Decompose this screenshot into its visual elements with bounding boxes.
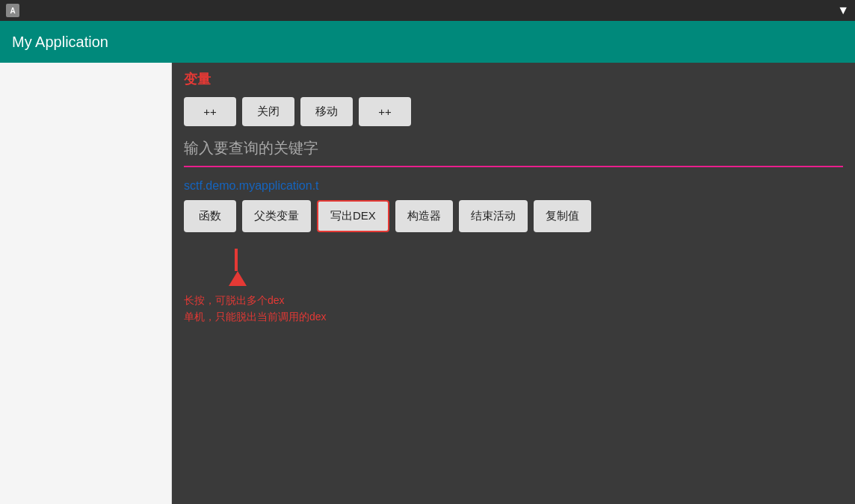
system-bar: A ▼ xyxy=(0,0,855,21)
search-input-placeholder: 输入要查询的关键字 xyxy=(184,134,843,163)
section-title: 变量 xyxy=(184,72,211,87)
btn-parent-var[interactable]: 父类变量 xyxy=(242,200,311,232)
main-layout: 变量 ++ 关闭 移动 ++ 输入要查询的关键字 sctf.demo.myapp… xyxy=(0,63,855,504)
btn-end-activity[interactable]: 结束活动 xyxy=(459,200,528,232)
class-name: sctf.demo.myapplication.t xyxy=(172,176,855,200)
arrow-shaft xyxy=(235,249,238,271)
system-bar-right: ▼ xyxy=(837,4,849,17)
btn-increment-1[interactable]: ++ xyxy=(184,97,236,126)
btn-copy-value[interactable]: 复制值 xyxy=(534,200,591,232)
search-container[interactable]: 输入要查询的关键字 xyxy=(184,134,843,167)
app-icon-small: A xyxy=(6,4,19,17)
annotation-line-1: 长按，可脱出多个dex xyxy=(184,292,843,308)
btn-write-dex[interactable]: 写出DEX xyxy=(317,200,389,232)
annotation-line-2: 单机，只能脱出当前调用的dex xyxy=(184,308,843,325)
arrow-up-icon xyxy=(229,271,247,286)
button-row-1: ++ 关闭 移动 ++ xyxy=(172,93,855,134)
btn-function[interactable]: 函数 xyxy=(184,200,236,232)
system-bar-left: A xyxy=(6,4,19,17)
btn-increment-2[interactable]: ++ xyxy=(359,97,411,126)
sidebar xyxy=(0,63,172,504)
btn-close[interactable]: 关闭 xyxy=(242,97,294,126)
content-panel: 变量 ++ 关闭 移动 ++ 输入要查询的关键字 sctf.demo.myapp… xyxy=(172,63,855,504)
wifi-icon: ▼ xyxy=(837,4,849,17)
btn-constructor[interactable]: 构造器 xyxy=(395,200,453,232)
btn-move[interactable]: 移动 xyxy=(300,97,353,126)
section-header: 变量 xyxy=(172,63,855,93)
app-title: My Application xyxy=(12,34,108,51)
app-header: My Application xyxy=(0,21,855,63)
annotation-text: 长按，可脱出多个dex 单机，只能脱出当前调用的dex xyxy=(184,292,843,326)
annotation-area: 长按，可脱出多个dex 单机，只能脱出当前调用的dex xyxy=(172,241,855,333)
button-row-2: 函数 父类变量 写出DEX 构造器 结束活动 复制值 xyxy=(172,200,855,241)
